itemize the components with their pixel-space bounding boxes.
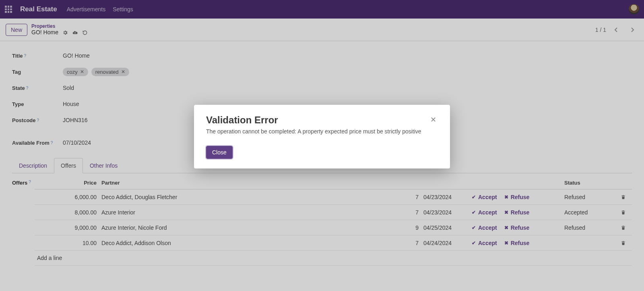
close-button[interactable]: Close [206, 146, 233, 159]
validation-error-dialog: Validation Error ✕ The operation cannot … [194, 105, 450, 168]
modal-message: The operation cannot be completed: A pro… [206, 128, 438, 135]
modal-title: Validation Error [206, 114, 429, 126]
close-icon[interactable]: ✕ [429, 114, 438, 125]
